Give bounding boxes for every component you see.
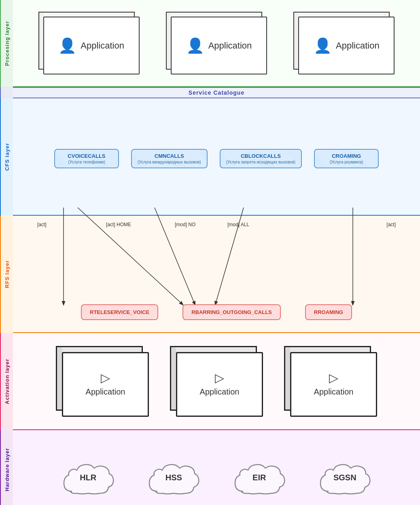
rfs-annotation-act-home: [act] HOME (106, 222, 131, 227)
service-catalogue-side-label (0, 87, 13, 98)
act-box-content-3: ▷ Application (290, 352, 377, 417)
cfs-box-cvoicecalls: CVOICECALLS (Услуга телефонии) (54, 149, 119, 168)
layer-labels: Procesing layer CFS layer RFS layer Acti… (0, 0, 13, 505)
service-catalogue-label: Service Catalogue (189, 89, 244, 96)
sgsn-label: SGSN (333, 473, 356, 482)
cblockcalls-title: CBLOCKCALLS (226, 153, 295, 159)
cloud-hss: HSS (145, 457, 202, 482)
box-shadow-left-2 (166, 12, 171, 70)
cfs-box-cmncalls: CMNCALLS (Услуга международных вызовов) (131, 149, 208, 168)
play-icon-2: ▷ (215, 372, 224, 384)
person-icon-3: 👤 (314, 37, 332, 54)
act-box-left-1 (56, 346, 62, 411)
act-box-top-2 (170, 346, 257, 352)
box-shadow-left-1 (38, 12, 43, 70)
rfs-annotation-mod-all: [mod] ALL (227, 222, 249, 227)
service-catalogue-bar: Service Catalogue (13, 87, 420, 98)
main-content: 👤 Application 👤 Application (13, 0, 420, 505)
cfs-layer: CVOICECALLS (Услуга телефонии) CMNCALLS … (13, 98, 420, 216)
activation-layer-label: Activation layer (0, 333, 13, 430)
activation-app-1: ▷ Application (56, 346, 149, 417)
act-box-top-1 (56, 346, 143, 352)
rfs-box-rbarring: RBARRING_OUTGOING_CALLS (182, 304, 281, 320)
rfs-boxes: RTELESERVICE_VOICE RBARRING_OUTGOING_CAL… (21, 304, 412, 320)
activation-app-label-2: Application (200, 387, 240, 397)
cmncalls-title: CMNCALLS (138, 153, 201, 159)
box-shadow-top-2 (166, 12, 262, 17)
cfs-boxes: CVOICECALLS (Услуга телефонии) CMNCALLS … (21, 149, 412, 168)
hlr-label: HLR (80, 473, 96, 482)
rbarring-title: RBARRING_OUTGOING_CALLS (191, 309, 272, 315)
box-shadow-left-3 (293, 12, 298, 70)
play-icon-1: ▷ (101, 372, 110, 384)
croaming-subtitle: (Услуга роуминга) (320, 160, 372, 164)
act-box-left-2 (170, 346, 176, 411)
rfs-box-rteleservice: RTELESERVICE_VOICE (81, 304, 158, 320)
processing-layer: 👤 Application 👤 Application (13, 0, 420, 87)
cloud-eir: EIR (231, 457, 288, 482)
cfs-box-croaming: CROAMING (Услуга роуминга) (314, 149, 379, 168)
box-content-2: 👤 Application (171, 17, 267, 74)
activation-app-label-1: Application (86, 387, 125, 397)
activation-app-2: ▷ Application (170, 346, 263, 417)
cvoicecalls-title: CVOICECALLS (61, 153, 112, 159)
activation-layer: ▷ Application ▷ Application (13, 333, 420, 430)
hardware-layer-label: Hardware layer (0, 430, 13, 505)
cfs-layer-label: CFS layer (0, 98, 13, 216)
activation-app-label-3: Application (314, 387, 354, 397)
cloud-hlr: HLR (60, 457, 117, 482)
diagram-container: Procesing layer CFS layer RFS layer Acti… (0, 0, 420, 505)
processing-layer-label: Procesing layer (0, 0, 13, 87)
play-icon-3: ▷ (329, 372, 338, 384)
person-icon-1: 👤 (58, 37, 76, 54)
box-shadow-top-3 (293, 12, 390, 17)
rfs-layer: [act] [act] HOME [mod] NO [mod] ALL [act… (13, 216, 420, 333)
eir-label: EIR (252, 473, 266, 482)
hss-label: HSS (165, 473, 182, 482)
cfs-box-cblockcalls: CBLOCKCALLS (Услуга запрета исходящих вы… (220, 149, 302, 168)
act-box-top-3 (284, 346, 371, 352)
processing-app-label-2: Application (208, 40, 252, 51)
cvoicecalls-subtitle: (Услуга телефонии) (61, 160, 112, 164)
activation-app-3: ▷ Application (284, 346, 377, 417)
cloud-sgsn: SGSN (316, 457, 373, 482)
box-content-1: 👤 Application (43, 17, 140, 74)
processing-app-label-1: Application (81, 40, 124, 51)
hardware-layer: HLR HSS EIR SGSN (13, 430, 420, 505)
act-box-content-2: ▷ Application (176, 352, 263, 417)
cmncalls-subtitle: (Услуга международных вызовов) (138, 160, 201, 164)
act-box-content-1: ▷ Application (62, 352, 149, 417)
processing-app-3: 👤 Application (293, 12, 395, 74)
cblockcalls-subtitle: (Услуга запрета исходящих вызовов) (226, 160, 295, 164)
box-content-3: 👤 Application (298, 17, 395, 74)
person-icon-2: 👤 (186, 37, 204, 54)
act-box-left-3 (284, 346, 290, 411)
rfs-box-rroaming: RROAMING (305, 304, 352, 320)
processing-app-label-3: Application (336, 40, 380, 51)
rteleservice-title: RTELESERVICE_VOICE (90, 309, 149, 315)
rfs-annotation-mod-no: [mod] NO (175, 222, 195, 227)
processing-app-1: 👤 Application (38, 12, 140, 74)
rroaming-title: RROAMING (314, 309, 343, 315)
processing-app-2: 👤 Application (166, 12, 267, 74)
cfs-rfs-container: CVOICECALLS (Услуга телефонии) CMNCALLS … (13, 98, 420, 333)
rfs-annotation-act2: [act] (386, 222, 396, 227)
rfs-annotation-act1: [act] (37, 222, 47, 227)
box-shadow-top-1 (38, 12, 135, 17)
rfs-layer-label: RFS layer (0, 216, 13, 333)
croaming-title: CROAMING (320, 153, 372, 159)
